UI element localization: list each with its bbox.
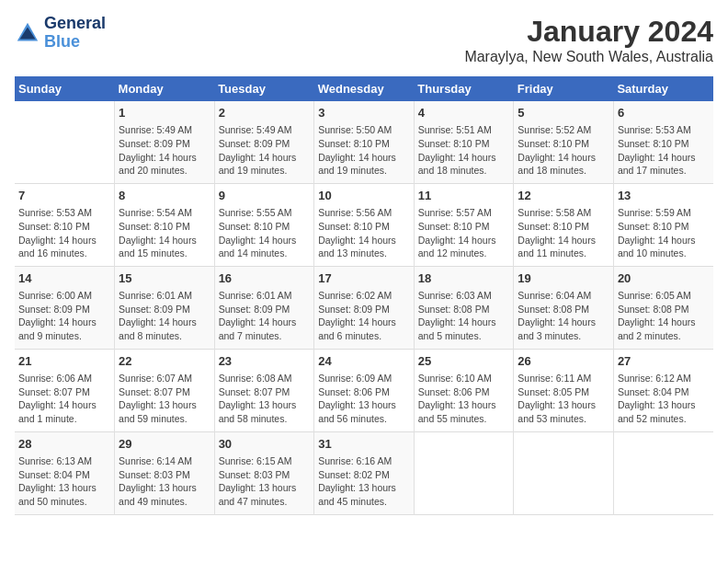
calendar-title: January 2024 (464, 15, 713, 49)
calendar-header: SundayMondayTuesdayWednesdayThursdayFrid… (15, 76, 713, 101)
day-info: Sunrise: 6:13 AM Sunset: 8:04 PM Dayligh… (18, 454, 110, 509)
calendar-cell: 22Sunrise: 6:07 AM Sunset: 8:07 PM Dayli… (115, 349, 215, 431)
day-info: Sunrise: 6:06 AM Sunset: 8:07 PM Dayligh… (18, 372, 110, 426)
calendar-cell: 12Sunrise: 5:58 AM Sunset: 8:10 PM Dayli… (514, 183, 614, 266)
calendar-cell: 11Sunrise: 5:57 AM Sunset: 8:10 PM Dayli… (414, 183, 514, 266)
calendar-cell: 19Sunrise: 6:04 AM Sunset: 8:08 PM Dayli… (514, 266, 614, 349)
calendar-cell: 2Sunrise: 5:49 AM Sunset: 8:09 PM Daylig… (214, 101, 314, 183)
header-wednesday: Wednesday (314, 76, 415, 101)
calendar-cell: 30Sunrise: 6:15 AM Sunset: 8:03 PM Dayli… (214, 431, 314, 514)
day-info: Sunrise: 5:52 AM Sunset: 8:10 PM Dayligh… (518, 123, 609, 178)
day-number: 29 (119, 436, 210, 453)
calendar-cell: 21Sunrise: 6:06 AM Sunset: 8:07 PM Dayli… (15, 349, 115, 431)
logo-line2: Blue (44, 33, 106, 52)
day-info: Sunrise: 6:10 AM Sunset: 8:06 PM Dayligh… (418, 372, 510, 426)
calendar-cell: 17Sunrise: 6:02 AM Sunset: 8:09 PM Dayli… (314, 266, 415, 349)
day-number: 4 (418, 105, 510, 121)
header-monday: Monday (115, 76, 215, 101)
day-number: 15 (119, 270, 210, 287)
calendar-cell: 8Sunrise: 5:54 AM Sunset: 8:10 PM Daylig… (115, 183, 215, 266)
calendar-cell: 4Sunrise: 5:51 AM Sunset: 8:10 PM Daylig… (414, 101, 514, 183)
calendar-cell: 28Sunrise: 6:13 AM Sunset: 8:04 PM Dayli… (15, 431, 115, 514)
day-number: 30 (219, 436, 311, 453)
calendar-cell: 3Sunrise: 5:50 AM Sunset: 8:10 PM Daylig… (314, 101, 415, 183)
calendar-cell (15, 101, 115, 183)
day-info: Sunrise: 6:07 AM Sunset: 8:07 PM Dayligh… (119, 372, 210, 426)
calendar-row-2: 7Sunrise: 5:53 AM Sunset: 8:10 PM Daylig… (15, 183, 713, 266)
calendar-row-3: 14Sunrise: 6:00 AM Sunset: 8:09 PM Dayli… (15, 266, 713, 349)
day-number: 8 (119, 188, 210, 204)
day-number: 26 (518, 353, 609, 370)
calendar-cell: 25Sunrise: 6:10 AM Sunset: 8:06 PM Dayli… (414, 349, 514, 431)
logo: General Blue (15, 15, 106, 52)
title-block: January 2024 Maraylya, New South Wales, … (464, 15, 713, 65)
calendar-cell: 6Sunrise: 5:53 AM Sunset: 8:10 PM Daylig… (613, 101, 713, 183)
day-info: Sunrise: 5:55 AM Sunset: 8:10 PM Dayligh… (219, 206, 311, 260)
calendar-table: SundayMondayTuesdayWednesdayThursdayFrid… (15, 76, 713, 515)
header-thursday: Thursday (414, 76, 514, 101)
day-info: Sunrise: 6:01 AM Sunset: 8:09 PM Dayligh… (119, 289, 210, 343)
day-info: Sunrise: 6:16 AM Sunset: 8:02 PM Dayligh… (318, 454, 410, 509)
day-number: 16 (219, 270, 311, 287)
header-friday: Friday (514, 76, 614, 101)
day-info: Sunrise: 5:53 AM Sunset: 8:10 PM Dayligh… (618, 123, 710, 178)
calendar-cell: 7Sunrise: 5:53 AM Sunset: 8:10 PM Daylig… (15, 183, 115, 266)
calendar-cell: 31Sunrise: 6:16 AM Sunset: 8:02 PM Dayli… (314, 431, 415, 514)
day-number: 2 (219, 105, 311, 121)
day-number: 23 (219, 353, 311, 370)
calendar-cell: 5Sunrise: 5:52 AM Sunset: 8:10 PM Daylig… (514, 101, 614, 183)
day-info: Sunrise: 5:54 AM Sunset: 8:10 PM Dayligh… (119, 206, 210, 260)
day-info: Sunrise: 5:56 AM Sunset: 8:10 PM Dayligh… (318, 206, 410, 260)
day-number: 3 (318, 105, 410, 121)
calendar-cell (414, 431, 514, 514)
day-number: 6 (618, 105, 710, 121)
calendar-cell: 16Sunrise: 6:01 AM Sunset: 8:09 PM Dayli… (214, 266, 314, 349)
logo-text: General Blue (44, 15, 106, 52)
day-number: 28 (18, 436, 110, 453)
page-header: General Blue January 2024 Maraylya, New … (15, 15, 713, 65)
calendar-cell (514, 431, 614, 514)
calendar-cell: 23Sunrise: 6:08 AM Sunset: 8:07 PM Dayli… (214, 349, 314, 431)
day-info: Sunrise: 5:58 AM Sunset: 8:10 PM Dayligh… (518, 206, 609, 260)
day-number: 22 (119, 353, 210, 370)
calendar-cell: 24Sunrise: 6:09 AM Sunset: 8:06 PM Dayli… (314, 349, 415, 431)
day-number: 7 (18, 188, 110, 204)
day-info: Sunrise: 6:08 AM Sunset: 8:07 PM Dayligh… (219, 372, 311, 426)
calendar-cell: 13Sunrise: 5:59 AM Sunset: 8:10 PM Dayli… (613, 183, 713, 266)
day-info: Sunrise: 5:49 AM Sunset: 8:09 PM Dayligh… (119, 123, 210, 178)
day-number: 11 (418, 188, 510, 204)
day-info: Sunrise: 6:02 AM Sunset: 8:09 PM Dayligh… (318, 289, 410, 343)
calendar-cell (613, 431, 713, 514)
calendar-cell: 10Sunrise: 5:56 AM Sunset: 8:10 PM Dayli… (314, 183, 415, 266)
logo-icon (15, 20, 40, 46)
calendar-cell: 15Sunrise: 6:01 AM Sunset: 8:09 PM Dayli… (115, 266, 215, 349)
day-number: 25 (418, 353, 510, 370)
day-number: 24 (318, 353, 410, 370)
day-number: 1 (119, 105, 210, 121)
calendar-cell: 26Sunrise: 6:11 AM Sunset: 8:05 PM Dayli… (514, 349, 614, 431)
calendar-cell: 9Sunrise: 5:55 AM Sunset: 8:10 PM Daylig… (214, 183, 314, 266)
day-info: Sunrise: 5:57 AM Sunset: 8:10 PM Dayligh… (418, 206, 510, 260)
calendar-cell: 1Sunrise: 5:49 AM Sunset: 8:09 PM Daylig… (115, 101, 215, 183)
day-number: 21 (18, 353, 110, 370)
calendar-cell: 14Sunrise: 6:00 AM Sunset: 8:09 PM Dayli… (15, 266, 115, 349)
day-number: 14 (18, 270, 110, 287)
day-info: Sunrise: 6:01 AM Sunset: 8:09 PM Dayligh… (219, 289, 311, 343)
calendar-cell: 18Sunrise: 6:03 AM Sunset: 8:08 PM Dayli… (414, 266, 514, 349)
calendar-cell: 20Sunrise: 6:05 AM Sunset: 8:08 PM Dayli… (613, 266, 713, 349)
day-info: Sunrise: 6:09 AM Sunset: 8:06 PM Dayligh… (318, 372, 410, 426)
day-info: Sunrise: 5:50 AM Sunset: 8:10 PM Dayligh… (318, 123, 410, 178)
day-info: Sunrise: 6:11 AM Sunset: 8:05 PM Dayligh… (518, 372, 609, 426)
day-number: 9 (219, 188, 311, 204)
calendar-row-5: 28Sunrise: 6:13 AM Sunset: 8:04 PM Dayli… (15, 431, 713, 514)
day-info: Sunrise: 6:15 AM Sunset: 8:03 PM Dayligh… (219, 454, 311, 509)
day-number: 17 (318, 270, 410, 287)
day-number: 18 (418, 270, 510, 287)
day-number: 12 (518, 188, 609, 204)
calendar-row-1: 1Sunrise: 5:49 AM Sunset: 8:09 PM Daylig… (15, 101, 713, 183)
day-number: 27 (618, 353, 710, 370)
logo-line1: General (44, 15, 106, 33)
day-number: 31 (318, 436, 410, 453)
day-info: Sunrise: 6:04 AM Sunset: 8:08 PM Dayligh… (518, 289, 609, 343)
calendar-cell: 29Sunrise: 6:14 AM Sunset: 8:03 PM Dayli… (115, 431, 215, 514)
